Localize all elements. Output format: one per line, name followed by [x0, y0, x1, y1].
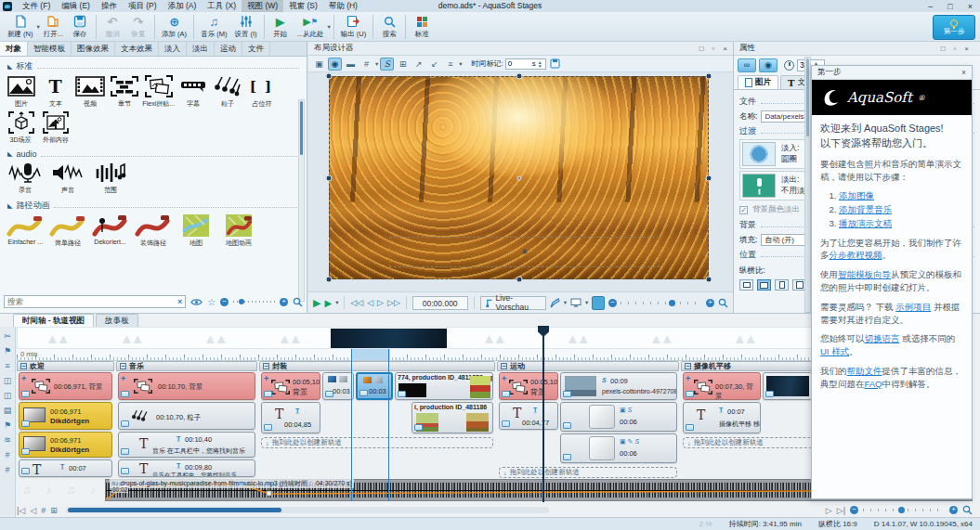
skip-start-icon[interactable]: |◁ — [17, 506, 25, 515]
select-tool-icon[interactable]: ▣ — [312, 58, 326, 71]
timeline-item-animation[interactable]: ▣ ✎ S 00:06 — [560, 433, 677, 463]
text-box-outline[interactable] — [389, 237, 659, 267]
link-add-images[interactable]: 添加图像 — [839, 190, 874, 200]
track-rows-icon[interactable]: ▤ — [4, 406, 12, 415]
play-options-dropdown[interactable]: ▾ — [335, 299, 338, 306]
object-external-content[interactable]: 外部内容 — [38, 110, 72, 145]
start-button[interactable]: ▶ 开始 — [268, 13, 294, 41]
skew-left-icon[interactable]: ↙ — [427, 58, 441, 71]
timeline-item-text[interactable]: T T̲ 00:07 — [19, 459, 112, 477]
link-play-presentation[interactable]: 播放演示文稿 — [839, 218, 892, 228]
tab-fade-in[interactable]: 淡入 — [159, 42, 187, 56]
group-music-header[interactable]: −音乐 — [116, 361, 257, 371]
zoom-out-icon[interactable]: − — [850, 506, 858, 514]
timeline-item-transition[interactable]: 00:03 — [322, 372, 354, 400]
selection-handle[interactable] — [516, 277, 522, 283]
object-video[interactable]: 视频 — [72, 74, 107, 109]
grid-dropdown[interactable]: ▾ — [375, 60, 378, 68]
preview-eye-icon[interactable] — [190, 298, 203, 306]
play-from-here-button[interactable]: ▶⚑ ...从此处 — [294, 13, 328, 41]
tab-image-effects[interactable]: 图像效果 — [72, 42, 115, 56]
object-3d-scene[interactable]: 3D场景 — [4, 110, 38, 145]
link-sample-projects[interactable]: 示例项目 — [895, 302, 931, 312]
aspect-original-button[interactable] — [739, 279, 753, 291]
duplicate-icon[interactable]: ◫ — [4, 376, 12, 385]
object-sound[interactable]: 声音 — [46, 161, 89, 195]
timeline-item-video[interactable]: 774, production ID_4811872.mp4 — [395, 372, 493, 400]
undo-button[interactable]: ↶ 撤消 — [99, 13, 125, 41]
add-button[interactable]: ⊕ 添加 (A) — [158, 13, 190, 41]
new-button[interactable]: 新建 (N) — [4, 13, 37, 41]
snap-grid-icon[interactable]: # — [5, 450, 9, 459]
save-marker-icon[interactable] — [548, 58, 562, 71]
search-button[interactable]: 搜索 — [376, 13, 402, 41]
selection-handle[interactable] — [326, 277, 333, 283]
panel-pin-icon[interactable]: ▫ — [712, 45, 714, 53]
motion-path-tool-icon[interactable]: S — [380, 58, 394, 71]
timeline-item-video[interactable]: i, production ID_481186 — [412, 402, 493, 433]
objects-scrollbar[interactable] — [298, 99, 305, 302]
menu-window[interactable]: 视窗 (S) — [283, 0, 323, 12]
link-duration-icon[interactable]: ∞ — [738, 58, 756, 72]
zoom-out-icon[interactable]: − — [220, 298, 229, 306]
monitor-icon[interactable] — [570, 298, 581, 307]
selection-handle[interactable] — [516, 73, 522, 80]
tab-text-effects[interactable]: 文本效果 — [115, 42, 159, 56]
skew-right-icon[interactable]: ↗ — [412, 58, 425, 71]
object-range[interactable]: 范围 — [89, 161, 132, 195]
menu-view[interactable]: 视图 (W) — [242, 0, 283, 12]
group-motion-header[interactable]: −运动 — [497, 361, 679, 371]
draw-tool-icon[interactable] — [550, 298, 560, 308]
timeline-item-text[interactable]: T T̲ 00:04,85 — [261, 402, 320, 433]
menu-help[interactable]: 帮助 (H) — [323, 0, 363, 12]
preview-play-icon[interactable]: ▶ — [313, 297, 320, 309]
magnifier-icon[interactable] — [293, 297, 303, 307]
favorites-star-icon[interactable]: ☆ — [207, 297, 216, 307]
timeline-zoom-slider[interactable] — [863, 507, 945, 513]
timeline-item-animation[interactable]: ▣ S 00:06 — [560, 402, 677, 432]
tab-smart-templates[interactable]: 智能模板 — [28, 42, 72, 56]
split-view-icon[interactable]: ⊞ — [396, 58, 410, 71]
object-placeholder[interactable]: [ ] 占位符 — [244, 74, 279, 109]
menu-edit[interactable]: 编辑 (E) — [56, 0, 96, 12]
timeline-item-text[interactable]: T T̲ 00:04,77 — [499, 402, 558, 430]
minimize-button[interactable]: – — [928, 2, 933, 11]
background-color-chip[interactable] — [592, 296, 605, 310]
path-simple-de[interactable]: Einfacher ... — [4, 213, 46, 248]
tab-objects[interactable]: 对象 — [0, 42, 28, 56]
close-button[interactable]: × — [968, 2, 973, 11]
object-image[interactable]: 图片 — [4, 74, 38, 109]
path-decorated[interactable]: 装饰路径 — [132, 213, 175, 248]
next-object-icon[interactable]: ▷ — [826, 506, 832, 515]
tab-storyboard[interactable]: 故事板 — [96, 314, 138, 327]
timeline-item-bg[interactable]: + 00:10,70, 背景 — [118, 372, 255, 400]
go-end-icon[interactable]: ▷▷ — [387, 298, 400, 307]
draw-dropdown[interactable]: ▾ — [564, 299, 567, 306]
menu-file[interactable]: 文件 (F) — [17, 0, 56, 12]
section-paths-header[interactable]: ◣ 路径动画 — [7, 200, 299, 212]
ui-style-button[interactable]: 标准 — [409, 13, 435, 41]
timeline-item-bg[interactable]: + 00:06,971, 背景 — [19, 372, 112, 400]
maximize-button[interactable]: □ — [947, 2, 952, 11]
play-dropdown[interactable]: ▾ — [327, 23, 330, 31]
zoom-in-icon[interactable]: + — [706, 299, 714, 307]
go-start-icon[interactable]: ◁◁ — [350, 298, 363, 307]
menu-operations[interactable]: 操作 — [96, 0, 123, 12]
timeline-item-video[interactable]: S 00:09 pexels-cottonbro-4972708 — [560, 372, 677, 400]
panel-float-icon[interactable]: □ — [941, 45, 946, 53]
new-track-dropzone[interactable]: ↓拖到此处以创建新轨道 — [683, 437, 813, 448]
prev-object-icon[interactable]: ◁ — [30, 506, 36, 515]
menu-project[interactable]: 项目 (P) — [123, 0, 163, 12]
new-track-dropzone[interactable]: ↓拖到此处以创建新轨道 — [261, 437, 493, 448]
object-chapter[interactable]: 章节 — [107, 74, 141, 109]
object-text[interactable]: T 文本 — [38, 74, 72, 109]
object-subtitle[interactable]: 字幕 — [176, 74, 210, 109]
selection-handle[interactable] — [706, 175, 712, 181]
timeline-item-bg[interactable]: + 00:05,10 背景 — [499, 372, 558, 400]
timeline-item-bg[interactable]: + 00:05,10 背景 — [261, 372, 320, 400]
panel-close-icon[interactable]: × — [723, 45, 727, 53]
grid-tool-icon[interactable]: # — [359, 58, 373, 71]
timeline-item-text[interactable]: T T̲ 00:10,40 音乐 在工具栏中，您将找到音乐 — [118, 432, 255, 458]
aspect-fit-button[interactable] — [757, 279, 771, 291]
first-steps-button[interactable]: 第一步 — [933, 15, 975, 40]
